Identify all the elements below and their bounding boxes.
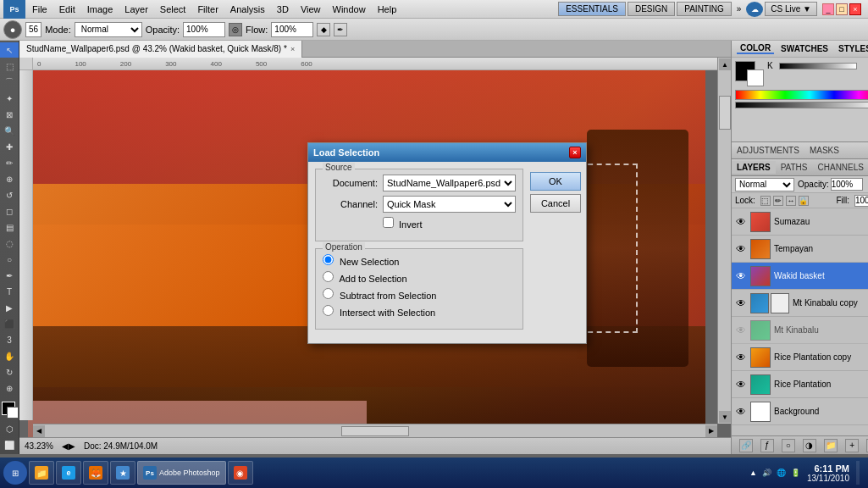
scroll-arrows[interactable]: ◀▶	[62, 441, 75, 451]
tool-dodge[interactable]: ○	[0, 252, 19, 267]
channels-tab[interactable]: CHANNELS	[813, 161, 868, 174]
op-subtract-label[interactable]: Subtract from Selection	[323, 288, 436, 301]
invert-checkbox[interactable]	[383, 217, 394, 228]
tool-path-select[interactable]: ▶	[0, 300, 19, 315]
menu-file[interactable]: File	[27, 3, 53, 16]
tool-rotate-view[interactable]: ↻	[0, 364, 19, 380]
window-restore-btn[interactable]: □	[836, 3, 848, 15]
menu-help[interactable]: Help	[373, 3, 402, 16]
taskbar-clock[interactable]: 6:11 PM 13/11/2010	[807, 463, 849, 483]
visibility-rice-copy[interactable]: 👁	[735, 352, 747, 363]
visibility-mtkk-copy[interactable]: 👁	[735, 297, 747, 309]
dialog-close-icon[interactable]: ×	[569, 147, 581, 158]
op-new-label[interactable]: New Selection	[323, 254, 399, 267]
menu-select[interactable]: Select	[155, 3, 191, 16]
taskbar-app4[interactable]: ★	[110, 461, 135, 485]
document-tab[interactable]: StudName_Wallpaper6.psd @ 43.2% (Wakid b…	[19, 41, 302, 58]
tool-3d[interactable]: 3	[0, 332, 19, 347]
taskbar-ie[interactable]: e	[56, 461, 81, 485]
background-color[interactable]	[7, 407, 19, 419]
swatches-tab[interactable]: SWATCHES	[777, 44, 832, 53]
layers-blend-select[interactable]: Normal	[735, 178, 794, 191]
op-subtract-radio[interactable]	[323, 288, 334, 299]
tool-blur[interactable]: ◌	[0, 236, 19, 251]
visibility-mtk[interactable]: 👁	[735, 324, 747, 336]
menu-analysis[interactable]: Analysis	[225, 3, 270, 16]
op-new-radio[interactable]	[323, 254, 334, 265]
tool-screen-mode[interactable]: ⬜	[0, 437, 19, 452]
layer-mtkk-copy[interactable]: 👁 Mt Kinabalu copy	[732, 290, 868, 317]
opacity-field[interactable]	[831, 178, 863, 191]
visibility-tempayan[interactable]: 👁	[735, 243, 747, 255]
ok-button[interactable]: OK	[530, 172, 581, 191]
layer-adjustment-btn[interactable]: ◑	[803, 439, 816, 452]
masks-tab[interactable]: MASKS	[804, 144, 844, 157]
grayscale-ramp[interactable]	[735, 102, 868, 108]
layer-link-btn[interactable]: 🔗	[739, 439, 753, 452]
tool-crop[interactable]: ⊠	[0, 107, 19, 122]
tool-hand[interactable]: ✋	[0, 348, 19, 363]
window-close-btn[interactable]: ×	[849, 3, 861, 15]
show-desktop-btn[interactable]	[856, 461, 860, 485]
visibility-wakid[interactable]: 👁	[735, 270, 747, 282]
layer-rice-copy[interactable]: 👁 Rice Plantation copy	[732, 344, 868, 371]
layer-background[interactable]: 👁 Background 🔒	[732, 398, 868, 425]
tool-quick-mask[interactable]: ⬡	[0, 421, 19, 436]
scrollbar-vertical[interactable]: ▲ ▼	[717, 58, 731, 424]
layer-new-btn[interactable]: +	[845, 439, 859, 452]
tool-history[interactable]: ↺	[0, 187, 19, 202]
document-select[interactable]: StudName_Wallpaper6.psd	[383, 175, 516, 191]
visibility-sumazau[interactable]: 👁	[735, 216, 747, 228]
lock-all-icon[interactable]: 🔒	[799, 196, 809, 206]
workspace-painting[interactable]: PAINTING	[677, 2, 731, 16]
tool-rect-select[interactable]: ⬚	[0, 58, 19, 74]
layer-tempayan[interactable]: 👁 Tempayan	[732, 236, 868, 263]
tool-eyedropper[interactable]: 🔍	[0, 123, 19, 138]
taskbar-explorer[interactable]: 📁	[29, 461, 54, 485]
workspace-design[interactable]: DESIGN	[628, 2, 675, 16]
fg-bg-colors[interactable]	[0, 400, 19, 417]
layer-mtk[interactable]: 👁 Mt Kinabalu	[732, 317, 868, 344]
menu-image[interactable]: Image	[82, 3, 119, 16]
layers-tab[interactable]: LAYERS	[732, 161, 776, 174]
menu-3d[interactable]: 3D	[272, 3, 294, 16]
scrollbar-horizontal[interactable]: ◀ ▶	[33, 424, 717, 437]
taskbar-app6[interactable]: ◉	[228, 461, 253, 485]
menu-window[interactable]: Window	[328, 3, 371, 16]
tool-magic-wand[interactable]: ✦	[0, 91, 19, 106]
start-button[interactable]: ⊞	[3, 461, 27, 485]
brush-preview[interactable]: ●	[3, 20, 22, 39]
adjustments-tab[interactable]: ADJUSTMENTS	[732, 144, 804, 157]
color-spectrum[interactable]	[735, 90, 868, 100]
blend-mode-select[interactable]: Normal	[75, 22, 142, 37]
k-slider[interactable]	[779, 63, 857, 69]
visibility-bg[interactable]: 👁	[735, 406, 747, 418]
op-add-label[interactable]: Add to Selection	[323, 271, 407, 284]
tab-close-btn[interactable]: ×	[290, 45, 295, 53]
tool-healing[interactable]: ✚	[0, 139, 19, 154]
tool-lasso[interactable]: ⌒	[0, 75, 19, 90]
bg-swatch[interactable]	[747, 69, 764, 86]
window-minimize-btn[interactable]: _	[822, 3, 834, 15]
layer-group-btn[interactable]: 📁	[824, 439, 838, 452]
invert-label[interactable]: Invert	[383, 217, 423, 230]
menu-edit[interactable]: Edit	[54, 3, 80, 16]
tool-gradient[interactable]: ▤	[0, 219, 19, 235]
menu-view[interactable]: View	[296, 3, 326, 16]
layer-sumazau[interactable]: 👁 Sumazau	[732, 208, 868, 236]
color-tab[interactable]: COLOR	[737, 43, 774, 54]
opacity-input[interactable]	[183, 22, 225, 37]
fill-field[interactable]	[854, 195, 868, 207]
tool-pen[interactable]: ✒	[0, 268, 19, 283]
menu-filter[interactable]: Filter	[192, 3, 223, 16]
layer-rice[interactable]: 👁 Rice Plantation	[732, 371, 868, 398]
tool-eraser[interactable]: ◻	[0, 203, 19, 219]
visibility-rice[interactable]: 👁	[735, 379, 747, 391]
fg-bg-display[interactable]	[735, 61, 764, 86]
workspace-essentials[interactable]: ESSENTIALS	[558, 2, 626, 16]
flow-icon[interactable]: ◆	[317, 23, 330, 36]
flow-input[interactable]	[271, 22, 313, 37]
cs-live-button[interactable]: CS Live ▼	[765, 2, 817, 16]
paths-tab[interactable]: PATHS	[776, 161, 813, 174]
styles-tab[interactable]: STYLES	[835, 44, 868, 53]
